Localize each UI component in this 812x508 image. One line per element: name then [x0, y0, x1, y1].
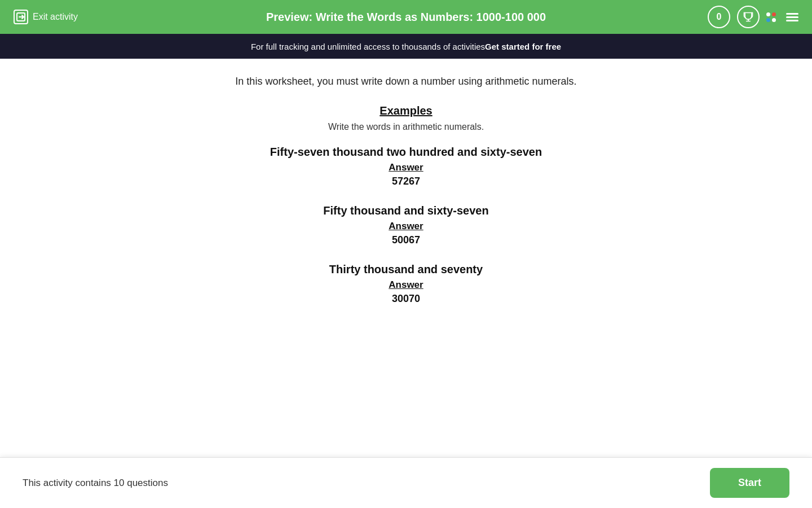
answer-label-1: Answer — [164, 162, 648, 173]
intro-text: In this worksheet, you must write down a… — [164, 76, 648, 87]
answer-value-1: 57267 — [392, 176, 420, 187]
menu-icon[interactable] — [786, 13, 798, 21]
example-3: Thirty thousand and seventy Answer 30070 — [164, 263, 648, 305]
grid-icon[interactable] — [766, 12, 776, 22]
header-controls: 0 — [708, 6, 798, 28]
example-1: Fifty-seven thousand two hundred and six… — [164, 146, 648, 187]
trophy-button[interactable] — [737, 6, 760, 28]
main-content: In this worksheet, you must write down a… — [152, 59, 660, 339]
exit-button[interactable]: Exit activity — [14, 10, 78, 24]
examples-subtitle: Write the words in arithmetic numerals. — [164, 122, 648, 132]
start-button[interactable]: Start — [710, 468, 789, 498]
promo-banner: For full tracking and unlimited access t… — [0, 34, 812, 59]
header-extra-icons — [766, 12, 798, 22]
question-2: Fifty thousand and sixty-seven — [164, 204, 648, 217]
answer-value-2: 50067 — [392, 234, 420, 246]
banner-cta[interactable]: Get started for free — [485, 42, 561, 51]
exit-label: Exit activity — [33, 12, 78, 22]
answer-label-2: Answer — [164, 221, 648, 232]
footer-bar: This activity contains 10 questions Star… — [0, 457, 812, 508]
question-3: Thirty thousand and seventy — [164, 263, 648, 276]
score-display: 0 — [708, 6, 730, 28]
answer-label-3: Answer — [164, 279, 648, 291]
example-2: Fifty thousand and sixty-seven Answer 50… — [164, 204, 648, 246]
preview-title: Preview: Write the Words as Numbers: 100… — [266, 11, 546, 24]
footer-info: This activity contains 10 questions — [23, 478, 168, 489]
question-1: Fifty-seven thousand two hundred and six… — [164, 146, 648, 159]
examples-heading: Examples — [164, 104, 648, 117]
answer-value-3: 30070 — [392, 293, 420, 304]
exit-icon — [14, 10, 28, 24]
header: Exit activity Preview: Write the Words a… — [0, 0, 812, 34]
banner-text: For full tracking and unlimited access t… — [251, 42, 485, 51]
